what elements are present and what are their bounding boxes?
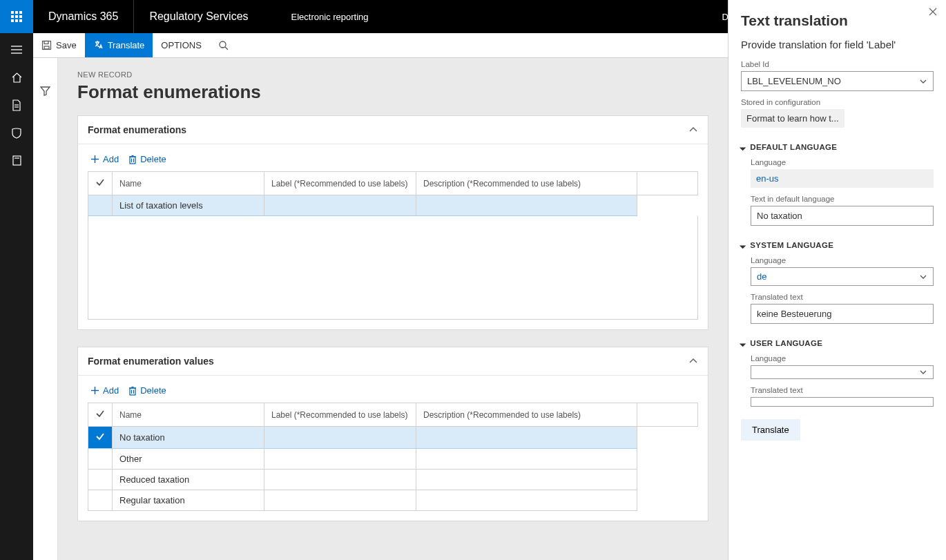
enum-delete-button[interactable]: Delete [128, 154, 166, 164]
row-checkbox[interactable] [88, 449, 113, 470]
enum-col-name[interactable]: Name [113, 172, 264, 195]
format-enum-header[interactable]: Format enumerations [78, 116, 708, 144]
select-all-checkbox[interactable] [88, 172, 113, 195]
brand[interactable]: Dynamics 365 [33, 0, 134, 33]
translate-button[interactable]: Translate [741, 419, 800, 441]
user-text-label: Translated text [751, 386, 934, 394]
hamburger-icon[interactable] [0, 36, 33, 64]
enum-values-card: Format enumeration values Add Delete [77, 347, 708, 521]
svg-line-21 [225, 47, 228, 50]
user-language-section[interactable]: USER LANGUAGE [741, 339, 934, 347]
area[interactable]: Regulatory Services [134, 0, 263, 33]
enum-values-header[interactable]: Format enumeration values [78, 347, 708, 376]
options-button[interactable]: OPTIONS [153, 33, 210, 57]
chevron-down-icon [919, 369, 927, 375]
labelid-label: Label Id [741, 60, 934, 68]
enum-grid: Name Label (*Recommended to use labels) … [88, 171, 698, 216]
default-text-label: Text in default language [751, 195, 934, 203]
default-lang-value: en-us [751, 169, 934, 188]
default-lang-label: Language [751, 158, 934, 166]
action-search-icon[interactable] [210, 33, 237, 57]
svg-rect-19 [44, 46, 49, 49]
select-all-checkbox[interactable] [88, 403, 113, 427]
row-checkbox[interactable] [88, 427, 113, 449]
system-lang-select[interactable]: de [751, 267, 934, 286]
enum-grid-spacer [88, 216, 698, 320]
storedin-label: Stored in configuration [741, 98, 934, 106]
home-icon[interactable] [0, 64, 33, 91]
new-record-label: NEW RECORD [77, 70, 708, 79]
close-icon[interactable] [928, 7, 938, 17]
system-text-input[interactable]: keine Besteuerung [751, 304, 934, 324]
breadcrumb[interactable]: Electronic reporting [264, 0, 396, 33]
values-row[interactable]: Regular taxation [88, 490, 698, 511]
values-add-button[interactable]: Add [90, 385, 119, 396]
values-row[interactable]: Reduced taxation [88, 470, 698, 490]
svg-rect-17 [43, 41, 51, 50]
page-title: Format enumerations [77, 81, 708, 103]
values-col-description[interactable]: Description (*Recommended to use labels) [416, 403, 637, 427]
svg-point-20 [220, 41, 226, 48]
row-checkbox[interactable] [88, 470, 113, 490]
values-row[interactable]: Other [88, 449, 698, 470]
default-language-section[interactable]: DEFAULT LANGUAGE [741, 143, 934, 151]
default-text-input[interactable]: No taxation [751, 206, 934, 226]
enum-row[interactable]: List of taxation levels [88, 195, 698, 216]
save-button[interactable]: Save [33, 33, 85, 57]
labelid-select[interactable]: LBL_LEVELENUM_NO [741, 71, 934, 91]
values-row[interactable]: No taxation [88, 427, 698, 449]
user-lang-label: Language [751, 354, 934, 363]
waffle-icon [11, 11, 22, 22]
page-icon[interactable] [0, 146, 33, 174]
row-checkbox[interactable] [88, 195, 113, 216]
enum-add-button[interactable]: Add [90, 154, 119, 164]
shield-icon[interactable] [0, 119, 33, 146]
svg-rect-18 [44, 41, 48, 44]
panel-subtitle: Provide translation for field 'Label' [741, 39, 934, 50]
enum-col-label[interactable]: Label (*Recommended to use labels) [264, 172, 416, 195]
svg-rect-15 [13, 156, 21, 165]
translate-button-action[interactable]: Translate [85, 33, 153, 57]
svg-rect-36 [130, 388, 135, 395]
document-icon[interactable] [0, 91, 33, 119]
svg-rect-29 [130, 157, 135, 164]
filter-icon[interactable] [40, 86, 50, 96]
system-lang-label: Language [751, 256, 934, 264]
values-grid: Name Label (*Recommended to use labels) … [88, 403, 698, 511]
user-text-input[interactable] [751, 397, 934, 407]
translation-panel: Text translation Provide translation for… [728, 0, 946, 560]
chevron-down-icon [919, 274, 927, 280]
row-checkbox[interactable] [88, 490, 113, 511]
system-text-label: Translated text [751, 293, 934, 301]
system-language-section[interactable]: SYSTEM LANGUAGE [741, 241, 934, 249]
chevron-up-icon [688, 358, 698, 365]
chevron-down-icon [919, 79, 927, 84]
enum-col-description[interactable]: Description (*Recommended to use labels) [416, 172, 637, 195]
values-delete-button[interactable]: Delete [128, 385, 166, 396]
main-content: NEW RECORD Format enumerations Format en… [58, 58, 728, 560]
panel-title: Text translation [741, 12, 934, 29]
waffle-button[interactable] [0, 0, 33, 33]
user-lang-select[interactable] [751, 365, 934, 379]
values-col-label[interactable]: Label (*Recommended to use labels) [264, 403, 416, 427]
filter-rail [33, 58, 58, 560]
storedin-value: Format to learn how t... [741, 109, 844, 128]
left-rail [0, 33, 33, 560]
format-enum-card: Format enumerations Add Delete [77, 115, 708, 330]
chevron-up-icon [688, 126, 698, 133]
values-col-name[interactable]: Name [113, 403, 264, 427]
